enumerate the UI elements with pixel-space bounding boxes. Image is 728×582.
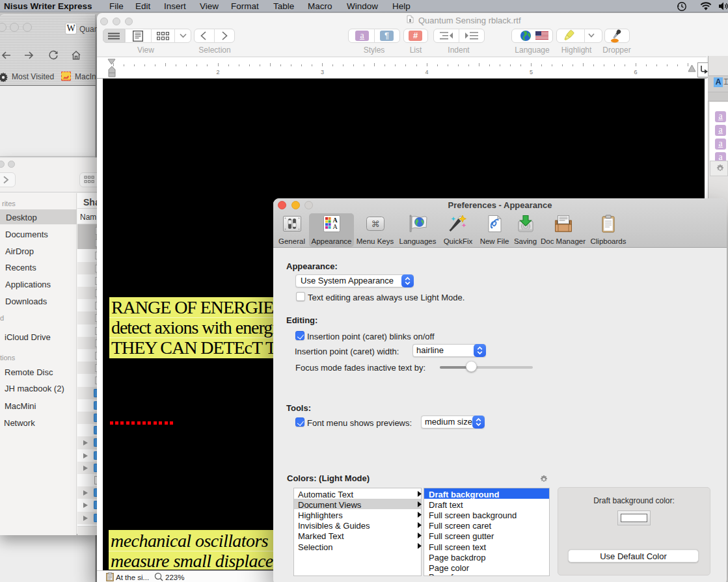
svg-text:⌘: ⌘ bbox=[371, 219, 379, 229]
svg-text:A: A bbox=[332, 223, 338, 230]
